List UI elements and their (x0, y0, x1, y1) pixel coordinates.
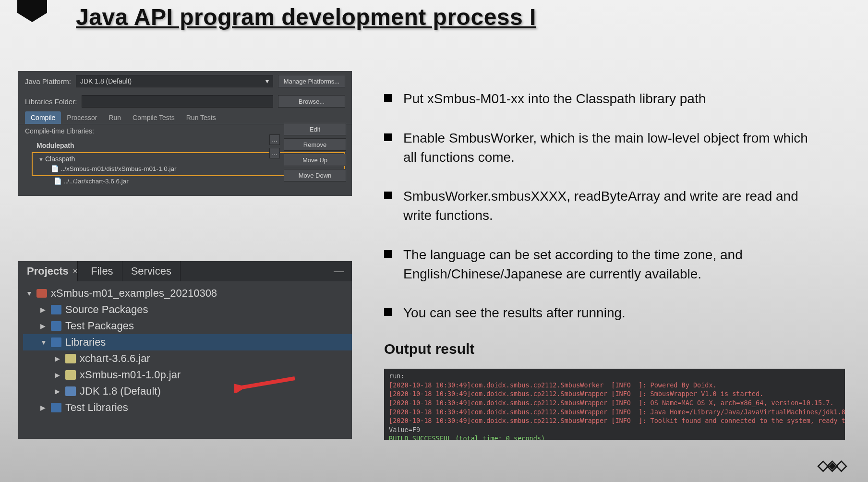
bullet-4: The language can be set according to the… (384, 245, 816, 284)
bullet-5: You can see the results after running. (384, 303, 816, 323)
tab-files[interactable]: Files (82, 261, 122, 281)
minimize-icon[interactable]: — (326, 265, 352, 277)
console-line-4: [2020-10-18 10:30:49]com.doidx.smbus.cp2… (389, 408, 845, 416)
project-tree: ▼xSmbus-m01_examples_20210308 ▶Source Pa… (18, 281, 352, 416)
source-packages-node[interactable]: ▶Source Packages (23, 301, 352, 318)
edit-button[interactable]: Edit (284, 123, 346, 135)
console-line-5: [2020-10-18 10:30:49]com.doidx.smbus.cp2… (389, 417, 845, 424)
test-libraries-node[interactable]: ▶Test Libraries (23, 399, 352, 416)
tab-run-tests[interactable]: Run Tests (181, 111, 222, 124)
remove-button[interactable]: Remove (284, 138, 346, 151)
tab-services[interactable]: Services (122, 261, 181, 281)
lib-jdk-node[interactable]: ▶JDK 1.8 (Default) (23, 383, 352, 399)
corner-logo-icon: ◇◈◇ (818, 457, 845, 473)
package-icon (51, 305, 61, 314)
tab-run[interactable]: Run (103, 111, 127, 124)
console-line-run: run: (389, 372, 405, 380)
classpath-more-button[interactable]: … (269, 148, 280, 158)
lib-xchart-node[interactable]: ▶xchart-3.6.6.jar (23, 350, 352, 367)
close-icon[interactable]: × (73, 267, 82, 276)
red-arrow-annotation (234, 376, 297, 393)
java-project-icon (36, 289, 47, 298)
package-icon (51, 321, 61, 331)
browse-button[interactable]: Browse... (278, 95, 345, 108)
lib-xsmbus-node[interactable]: ▶xSmbus-m01-1.0p.jar (23, 367, 352, 383)
console-line-build: BUILD SUCCESSFUL (total time: 0 seconds) (389, 434, 545, 440)
output-result-heading: Output result (384, 341, 474, 357)
svg-line-0 (239, 378, 295, 388)
tab-projects[interactable]: Projects (18, 261, 78, 281)
manage-platforms-button[interactable]: Manage Platforms... (278, 75, 345, 87)
tab-compile[interactable]: Compile (25, 111, 61, 124)
jar-icon (65, 370, 76, 380)
bullet-list: Put xSmbus-M01-xx into the Classpath lib… (384, 89, 816, 343)
libraries-folder-label: Libraries Folder: (25, 97, 77, 106)
tab-compile-tests[interactable]: Compile Tests (127, 111, 181, 124)
libraries-node[interactable]: ▼Libraries (23, 334, 352, 350)
test-packages-node[interactable]: ▶Test Packages (23, 318, 352, 334)
console-line-3: [2020-10-18 10:30:49]com.doidx.smbus.cp2… (389, 399, 834, 407)
projects-tabstrip: Projects × Files Services — (18, 261, 352, 281)
java-platform-select[interactable]: JDK 1.8 (Default) ▾ (76, 75, 273, 87)
slide-header-badge (17, 0, 47, 22)
bullet-2: Enable SmbusWorker, which is the main lo… (384, 129, 816, 167)
tab-processor[interactable]: Processor (61, 111, 103, 124)
java-platform-label: Java Platform: (25, 77, 71, 85)
console-line-2: [2020-10-18 10:30:49]com.doidx.smbus.cp2… (389, 390, 763, 398)
project-root-node[interactable]: ▼xSmbus-m01_examples_20210308 (23, 285, 352, 301)
chevron-down-icon: ▾ (265, 77, 269, 85)
libraries-folder-input[interactable] (82, 95, 273, 108)
output-console: run: [2020-10-18 10:30:49]com.doidx.smbu… (384, 369, 845, 440)
library-folder-icon (51, 403, 61, 412)
modulepath-more-button[interactable]: … (269, 134, 280, 145)
console-line-value: Value=F9 (389, 426, 420, 434)
ide-libraries-panel: Java Platform: JDK 1.8 (Default) ▾ Manag… (18, 71, 352, 196)
ide-projects-panel: Projects × Files Services — ▼xSmbus-m01_… (18, 261, 352, 439)
move-down-button[interactable]: Move Down (284, 169, 346, 181)
slide-title: Java API program development process I (76, 4, 536, 30)
jar-icon (65, 354, 76, 363)
bullet-1: Put xSmbus-M01-xx into the Classpath lib… (384, 89, 816, 108)
platform-icon (65, 386, 76, 396)
bullet-3: SmbusWorker.smbusXXXX, readByteArray and… (384, 187, 816, 225)
libs-tabstrip: Compile Processor Run Compile Tests Run … (18, 111, 352, 124)
move-up-button[interactable]: Move Up (284, 154, 346, 166)
library-folder-icon (51, 337, 61, 347)
java-platform-value: JDK 1.8 (Default) (80, 77, 132, 85)
console-line-1: [2020-10-18 10:30:49]com.doidx.smbus.cp2… (389, 381, 717, 389)
